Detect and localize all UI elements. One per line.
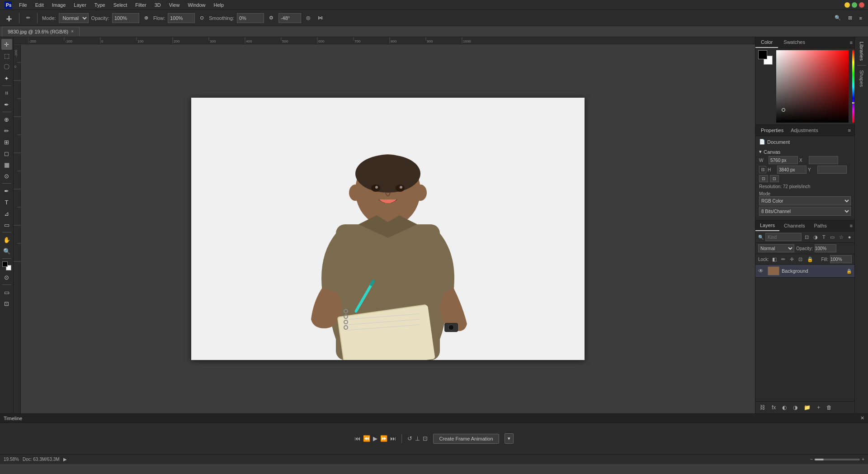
menu-type[interactable]: Type bbox=[91, 1, 109, 9]
libraries-panel-tab[interactable]: Libraries bbox=[858, 40, 865, 62]
filter-adjust-btn[interactable]: ◑ bbox=[812, 234, 819, 241]
menu-select[interactable]: Select bbox=[110, 1, 131, 9]
tab-swatches[interactable]: Swatches bbox=[778, 37, 811, 48]
menu-view[interactable]: View bbox=[165, 1, 184, 9]
flow-toggle[interactable]: ⊙ bbox=[198, 14, 206, 22]
menu-help[interactable]: Help bbox=[210, 1, 228, 9]
move-tool[interactable] bbox=[4, 14, 14, 23]
shape-tool[interactable]: ▭ bbox=[1, 219, 12, 230]
angle-input[interactable] bbox=[278, 13, 301, 23]
healing-tool[interactable]: ⊕ bbox=[1, 114, 12, 125]
layers-panel-collapse[interactable]: ≡ bbox=[850, 223, 853, 228]
lock-all-btn[interactable]: 🔒 bbox=[806, 256, 815, 263]
color-mode-select[interactable]: RGB Color bbox=[759, 196, 851, 205]
stamp-tool[interactable]: ⊞ bbox=[1, 137, 12, 147]
filter-toggle[interactable]: ● bbox=[847, 234, 853, 240]
crop-tool[interactable]: ⌗ bbox=[1, 88, 12, 99]
selection-tool[interactable]: ⬚ bbox=[1, 50, 12, 61]
timeline-prev-btn[interactable]: ⏪ bbox=[363, 435, 370, 442]
zoom-out-btn[interactable]: − bbox=[810, 457, 813, 462]
bit-depth-select[interactable]: 8 Bits/Channel bbox=[759, 207, 851, 216]
mode-select[interactable]: Normal bbox=[59, 13, 89, 23]
document-tab[interactable]: 9830.jpg @ 19.6% (RGB/8) × bbox=[2, 27, 80, 37]
tab-color[interactable]: Color bbox=[755, 37, 778, 48]
gradient-tool[interactable]: ▦ bbox=[1, 159, 12, 170]
hue-strip[interactable] bbox=[852, 50, 854, 123]
x-input[interactable] bbox=[809, 156, 838, 164]
tab-paths[interactable]: Paths bbox=[810, 221, 831, 231]
move-tool-left[interactable]: ✛ bbox=[1, 39, 12, 50]
timeline-play-btn[interactable]: ▶ bbox=[373, 435, 377, 442]
lasso-tool[interactable]: 〇 bbox=[1, 62, 12, 72]
height-input[interactable] bbox=[777, 166, 807, 174]
zoom-in-btn[interactable]: + bbox=[862, 457, 864, 462]
arrange-btn[interactable]: ≡ bbox=[857, 14, 864, 22]
settings-btn[interactable]: ⚙ bbox=[267, 14, 276, 22]
quick-mask-tool[interactable]: ⊙ bbox=[1, 272, 12, 283]
menu-3d[interactable]: 3D bbox=[151, 1, 165, 9]
link-dimensions-btn[interactable]: ⛓ bbox=[759, 166, 766, 173]
type-tool[interactable]: T bbox=[1, 197, 12, 208]
lock-position-btn[interactable]: ✛ bbox=[788, 256, 795, 263]
frame-tool[interactable]: ⊡ bbox=[1, 298, 12, 309]
timeline-dropdown-btn[interactable]: ▾ bbox=[505, 433, 514, 444]
tab-layers[interactable]: Layers bbox=[755, 220, 779, 231]
timeline-last-btn[interactable]: ⏭ bbox=[390, 435, 396, 442]
maximize-button[interactable] bbox=[852, 2, 857, 8]
link-layers-btn[interactable]: ⛓ bbox=[758, 403, 767, 412]
symmetry-btn[interactable]: ⋈ bbox=[316, 14, 325, 22]
tab-channels[interactable]: Channels bbox=[779, 221, 809, 231]
color-saturation-field[interactable] bbox=[776, 50, 849, 123]
hand-tool[interactable]: ✋ bbox=[1, 234, 12, 245]
foreground-bg-color[interactable] bbox=[1, 261, 12, 271]
eraser-tool[interactable]: ◻ bbox=[1, 148, 12, 159]
magic-wand-tool[interactable]: ✦ bbox=[1, 73, 12, 84]
fill-input[interactable] bbox=[830, 255, 852, 263]
timeline-collapse-btn[interactable]: ✕ bbox=[860, 415, 864, 421]
airbrush-toggle[interactable]: ⊕ bbox=[142, 14, 151, 22]
menu-image[interactable]: Image bbox=[48, 1, 70, 9]
color-panel-collapse[interactable]: ≡ bbox=[850, 40, 853, 45]
menu-window[interactable]: Window bbox=[184, 1, 209, 9]
foreground-color-swatch[interactable] bbox=[758, 50, 767, 59]
lock-artboard-btn[interactable]: ⊡ bbox=[797, 256, 804, 263]
add-mask-btn[interactable]: ◐ bbox=[780, 403, 788, 412]
eyedropper-tool[interactable]: ✒ bbox=[1, 99, 12, 110]
add-layer-btn[interactable]: + bbox=[815, 403, 822, 412]
timeline-next-btn[interactable]: ⏩ bbox=[380, 435, 387, 442]
filter-pixel-btn[interactable]: ⊡ bbox=[803, 234, 810, 241]
opacity-input[interactable] bbox=[112, 13, 139, 23]
filter-shape-btn[interactable]: ▭ bbox=[829, 234, 836, 241]
brush-tool[interactable]: ✏ bbox=[24, 14, 33, 22]
timeline-split-btn[interactable]: ⊥ bbox=[415, 435, 420, 442]
menu-file[interactable]: File bbox=[15, 1, 31, 9]
tab-close-btn[interactable]: × bbox=[71, 29, 74, 34]
pressure-btn[interactable]: ◎ bbox=[304, 14, 313, 22]
view-toggle[interactable]: ⊞ bbox=[846, 14, 854, 22]
timeline-first-btn[interactable]: ⏮ bbox=[354, 435, 360, 442]
filter-smart-btn[interactable]: ☆ bbox=[838, 234, 845, 241]
y-input[interactable] bbox=[817, 166, 847, 174]
status-info-arrow[interactable]: ▶ bbox=[63, 457, 67, 462]
search-btn[interactable]: 🔍 bbox=[832, 14, 843, 22]
lock-transparent-btn[interactable]: ◧ bbox=[771, 256, 778, 263]
minimize-button[interactable] bbox=[844, 2, 850, 8]
pen-tool[interactable]: ✒ bbox=[1, 185, 12, 196]
timeline-loop-btn[interactable]: ↺ bbox=[407, 435, 412, 442]
lock-paint-btn[interactable]: ✏ bbox=[780, 256, 787, 263]
add-adjustment-btn[interactable]: ◑ bbox=[791, 403, 799, 412]
props-panel-collapse[interactable]: ≡ bbox=[848, 128, 851, 133]
smoothing-input[interactable] bbox=[237, 13, 264, 23]
flow-input[interactable] bbox=[168, 13, 195, 23]
menu-filter[interactable]: Filter bbox=[132, 1, 150, 9]
canvas-area[interactable] bbox=[21, 44, 755, 413]
brush-tool-left[interactable]: ✏ bbox=[1, 125, 12, 136]
shapes-panel-tab[interactable]: Shapes bbox=[858, 68, 865, 89]
menu-layer[interactable]: Layer bbox=[70, 1, 90, 9]
filter-type-btn[interactable]: T bbox=[821, 234, 827, 240]
canvas-section-title[interactable]: ▾ Canvas bbox=[759, 147, 851, 156]
layer-visibility-btn[interactable]: 👁 bbox=[758, 268, 765, 274]
screen-mode-btn[interactable]: ▭ bbox=[1, 287, 12, 298]
layers-kind-filter[interactable] bbox=[765, 233, 802, 241]
zoom-tool[interactable]: 🔍 bbox=[1, 246, 12, 256]
